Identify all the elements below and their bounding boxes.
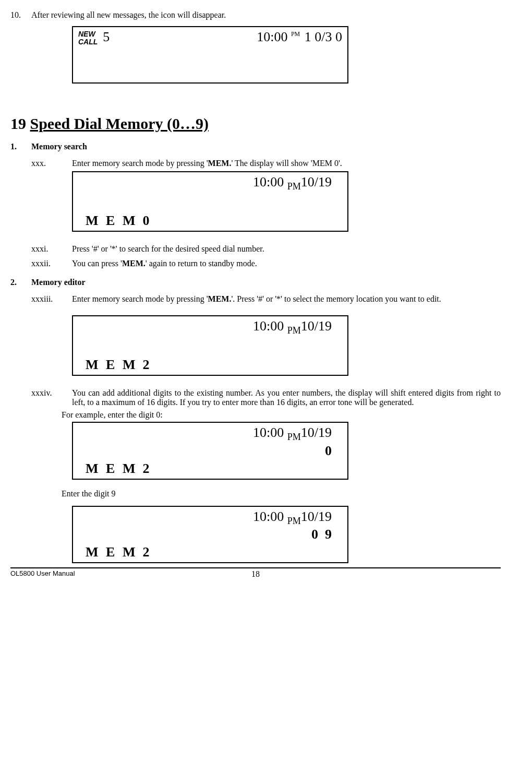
display-time-row: 10:00 PM10/19 — [73, 507, 347, 527]
step-text: After reviewing all new messages, the ic… — [31, 10, 501, 20]
lcd-display-mem0: 10:00 PM10/19 M E M0 — [72, 171, 348, 232]
display-mem-label: M E M2 — [73, 357, 347, 375]
display-mem-label: M E M2 — [73, 461, 347, 479]
example-enter-0-text: For example, enter the digit 0: — [62, 410, 501, 420]
display-time-row: 10:00 PM10/19 — [73, 316, 347, 336]
step-10: 10. After reviewing all new messages, th… — [10, 10, 501, 20]
display-digits: 0 — [73, 443, 347, 461]
display-time-row: 10:00 PM10/19 — [73, 172, 347, 192]
display-mem-label: M E M0 — [73, 213, 347, 231]
subheading-memory-editor: 2. Memory editor — [10, 278, 501, 287]
subheading-memory-search: 1. Memory search — [10, 142, 501, 151]
display-time: 10:00 PM 1 0/3 0 — [257, 29, 342, 45]
footer-page-number: 18 — [10, 569, 501, 579]
lcd-display-newcall: NEW CALL 5 10:00 PM 1 0/3 0 — [72, 26, 348, 84]
lcd-display-mem2-digit0: 10:00 PM10/19 0 M E M2 — [72, 422, 348, 479]
display-time-row: 10:00 PM10/19 — [73, 423, 347, 443]
display-mem-label: M E M2 — [73, 544, 347, 562]
new-call-icon: NEW CALL — [78, 30, 98, 46]
section-heading: 19 Speed Dial Memory (0…9) — [10, 115, 501, 133]
newcall-count: 5 — [103, 29, 110, 45]
step-xxxi: xxxi. Press '#' or '*' to search for the… — [31, 244, 501, 254]
display-digits: 0 9 — [73, 527, 347, 544]
step-number: 10. — [10, 10, 31, 20]
step-xxxiii: xxxiii. Enter memory search mode by pres… — [31, 294, 501, 304]
enter-digit-9-text: Enter the digit 9 — [62, 489, 501, 498]
page-footer: OL5800 User Manual 18 — [10, 567, 501, 583]
step-xxxiv: xxxiv. You can add additional digits to … — [31, 388, 501, 407]
step-xxx: xxx. Enter memory search mode by pressin… — [31, 159, 501, 168]
lcd-display-mem2-digit09: 10:00 PM10/19 0 9 M E M2 — [72, 506, 348, 563]
lcd-display-mem2: 10:00 PM10/19 M E M2 — [72, 315, 348, 376]
step-xxxii: xxxii. You can press 'MEM.' again to ret… — [31, 259, 501, 268]
